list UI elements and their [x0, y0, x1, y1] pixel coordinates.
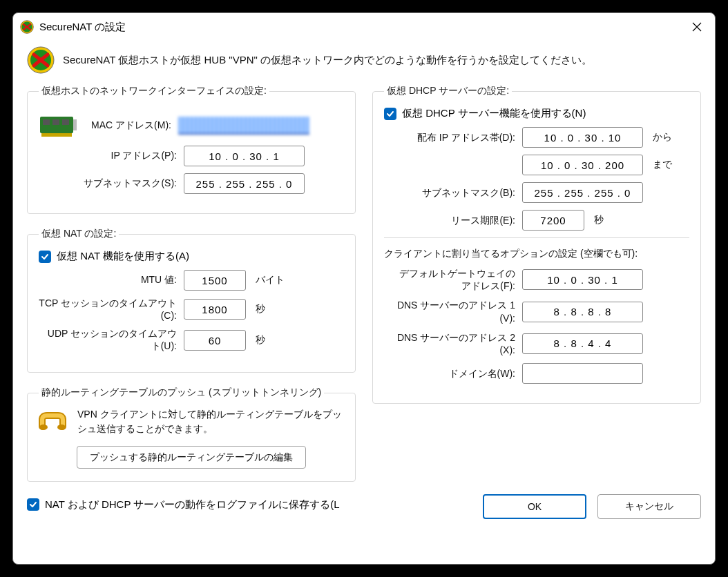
lease-unit: 秒: [594, 214, 604, 226]
lease-label: リース期限(E):: [384, 214, 515, 226]
subnet-label: サブネットマスク(S):: [39, 177, 177, 190]
nat-legend: 仮想 NAT の設定:: [39, 228, 119, 240]
tcp-timeout-label: TCP セッションのタイムアウト(C):: [39, 297, 177, 321]
udp-timeout-label: UDP セッションのタイムアウト(U):: [39, 328, 177, 353]
dhcp-subnet-input[interactable]: [522, 182, 643, 203]
svg-rect-7: [62, 119, 69, 125]
gateway-input[interactable]: [522, 269, 643, 290]
udp-timeout-input[interactable]: [184, 330, 246, 351]
dns2-input[interactable]: [522, 333, 643, 354]
titlebar: SecureNAT の設定: [13, 13, 715, 41]
app-icon: [20, 20, 34, 34]
dns1-label: DNS サーバーのアドレス 1 (V):: [384, 299, 515, 324]
domain-input[interactable]: [522, 363, 643, 384]
nic-settings-group: 仮想ホストのネットワークインターフェイスの設定:: [27, 85, 356, 214]
close-button[interactable]: [682, 13, 712, 41]
mac-label: MAC アドレス(M):: [88, 119, 171, 132]
mac-address-field[interactable]: [178, 117, 309, 135]
checkmark-icon: [27, 498, 39, 511]
dhcp-subnet-label: サブネットマスク(B):: [384, 186, 515, 199]
dhcp-range-from-input[interactable]: [522, 127, 643, 148]
securenat-icon: [27, 46, 55, 74]
udp-unit: 秒: [256, 334, 265, 346]
mtu-unit: バイト: [256, 274, 285, 286]
intro-text: SecureNAT 仮想ホストが仮想 HUB "VPN" の仮想ネットワーク内で…: [63, 54, 592, 67]
svg-point-11: [57, 424, 66, 430]
intro-row: SecureNAT 仮想ホストが仮想 HUB "VPN" の仮想ネットワーク内で…: [27, 46, 701, 74]
domain-label: ドメイン名(W):: [384, 367, 515, 380]
static-route-push-group: 静的ルーティングテーブルのプッシュ (スプリットトンネリング) VPN クライア…: [27, 387, 356, 482]
lease-input[interactable]: [522, 210, 584, 231]
dhcp-enable-label: 仮想 DHCP サーバー機能を使用する(N): [402, 107, 586, 120]
edit-static-routes-button[interactable]: プッシュする静的ルーティングテーブルの編集: [77, 446, 306, 469]
ip-address-input[interactable]: [184, 146, 305, 166]
separator: [384, 237, 689, 238]
dhcp-legend: 仮想 DHCP サーバーの設定:: [384, 85, 512, 97]
mtu-label: MTU 値:: [39, 274, 177, 286]
nic-card-icon: [39, 113, 77, 139]
dns2-label: DNS サーバーのアドレス 2 (X):: [384, 331, 515, 356]
tcp-unit: 秒: [256, 303, 265, 315]
push-desc: VPN クライアントに対して静的ルーティングテーブルをプッシュ送信することができ…: [77, 407, 344, 436]
dhcp-range-to-suffix: まで: [653, 159, 672, 171]
dhcp-enable-checkbox[interactable]: 仮想 DHCP サーバー機能を使用する(N): [384, 107, 689, 120]
save-log-label: NAT および DHCP サーバーの動作をログファイルに保存する(L: [45, 498, 340, 511]
pipe-icon: [39, 407, 66, 435]
dns1-input[interactable]: [522, 302, 643, 322]
svg-rect-9: [73, 119, 77, 130]
subnet-mask-input[interactable]: [184, 173, 305, 194]
dhcp-range-label: 配布 IP アドレス帯(D):: [384, 131, 515, 144]
push-legend: 静的ルーティングテーブルのプッシュ (スプリットトンネリング): [39, 387, 324, 399]
tcp-timeout-input[interactable]: [184, 299, 246, 320]
window-title: SecureNAT の設定: [39, 21, 682, 34]
cancel-button[interactable]: キャンセル: [597, 494, 701, 519]
svg-rect-6: [52, 119, 59, 125]
nic-legend: 仮想ホストのネットワークインターフェイスの設定:: [39, 85, 269, 97]
checkmark-icon: [384, 108, 396, 120]
dhcp-range-from-suffix: から: [653, 131, 672, 144]
securenat-settings-window: SecureNAT の設定 SecureNAT 仮想ホストが仮想 HUB "VP…: [12, 12, 716, 565]
nat-settings-group: 仮想 NAT の設定: 仮想 NAT 機能を使用する(A) MTU 値: バイト…: [27, 228, 356, 373]
ok-button[interactable]: OK: [483, 494, 586, 519]
mtu-input[interactable]: [184, 270, 246, 291]
gateway-label: デフォルトゲートウェイの アドレス(F):: [384, 267, 515, 292]
svg-rect-8: [41, 133, 72, 137]
dhcp-range-to-input[interactable]: [522, 155, 643, 175]
dhcp-settings-group: 仮想 DHCP サーバーの設定: 仮想 DHCP サーバー機能を使用する(N) …: [372, 85, 701, 404]
nat-enable-label: 仮想 NAT 機能を使用する(A): [57, 250, 189, 263]
save-log-checkbox[interactable]: NAT および DHCP サーバーの動作をログファイルに保存する(L: [27, 498, 483, 511]
client-options-heading: クライアントに割り当てるオプションの設定 (空欄でも可):: [384, 248, 689, 260]
checkmark-icon: [39, 251, 51, 263]
svg-rect-5: [43, 119, 50, 125]
ip-label: IP アドレス(P):: [39, 150, 177, 162]
nat-enable-checkbox[interactable]: 仮想 NAT 機能を使用する(A): [39, 250, 344, 263]
svg-point-10: [39, 424, 48, 430]
